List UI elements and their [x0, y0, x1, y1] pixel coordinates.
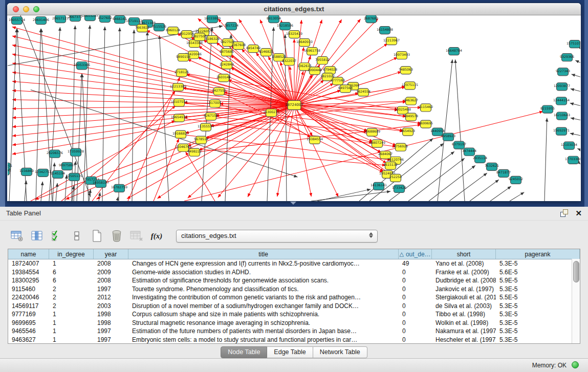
network-node[interactable]: 3624554 — [356, 89, 371, 96]
network-node[interactable]: 7485063 — [399, 67, 413, 74]
network-node[interactable]: 20657123 — [52, 15, 69, 23]
zoom-button[interactable] — [33, 6, 39, 12]
network-node[interactable]: 12342757 — [35, 169, 51, 177]
table-row[interactable]: 969969511998Structural magnetic resonanc… — [8, 319, 580, 327]
network-node[interactable]: 4498222 — [187, 148, 202, 156]
network-node[interactable]: 16648784 — [446, 48, 462, 55]
network-node[interactable]: 10107554 — [171, 99, 187, 106]
network-node[interactable]: 20691406 — [33, 17, 49, 25]
column-header-out_de[interactable]: △out_de… — [399, 249, 432, 259]
table-scrollbar[interactable] — [572, 259, 580, 343]
network-node[interactable]: 9777169 — [331, 77, 345, 85]
network-node[interactable]: 9827505 — [192, 33, 207, 41]
network-node[interactable]: 19055724 — [9, 17, 25, 25]
network-node[interactable]: 5875685 — [220, 49, 234, 56]
new-column-icon[interactable] — [90, 229, 103, 243]
column-header-year[interactable]: year — [94, 249, 128, 259]
network-node[interactable]: 6379197 — [452, 141, 466, 149]
show-columns-icon[interactable] — [30, 229, 43, 243]
network-node[interactable]: 8322037 — [282, 58, 296, 65]
network-node[interactable]: 2687682 — [364, 15, 378, 23]
network-node[interactable]: 6497568 — [338, 85, 353, 93]
column-header-name[interactable]: name — [8, 249, 49, 259]
table-row[interactable]: 1938455462009Genome-wide association stu… — [8, 268, 580, 277]
network-node[interactable]: 17703388 — [565, 156, 580, 164]
network-node[interactable]: 9463627 — [404, 97, 418, 105]
network-node[interactable]: 8267150 — [204, 113, 218, 120]
network-node[interactable]: 1145194 — [51, 170, 65, 178]
network-node[interactable]: 8912954 — [180, 31, 194, 38]
network-node[interactable]: 7857224 — [224, 23, 238, 30]
table-row[interactable]: 1872400712008Changes of HCN gene express… — [8, 259, 580, 268]
tab-network-table[interactable]: Network Table — [313, 346, 367, 358]
table-row[interactable]: 946554611997Estimation of the future num… — [8, 327, 580, 336]
network-node[interactable]: 6466161 — [113, 16, 127, 24]
table-row[interactable]: 946362711997Embryonic stem cells: a mode… — [8, 336, 580, 344]
panel-divider-handle[interactable] — [290, 202, 296, 205]
network-node[interactable]: 9245012 — [509, 176, 523, 184]
network-node[interactable]: 15692971 — [553, 127, 570, 135]
close-panel-icon[interactable]: ✕ — [575, 209, 582, 217]
network-node[interactable]: 18640910 — [296, 39, 313, 47]
network-node[interactable]: 9115460 — [419, 104, 433, 112]
column-header-short[interactable]: short — [432, 249, 496, 259]
network-node[interactable]: 18807249 — [369, 140, 385, 147]
network-node[interactable]: 16961758 — [304, 48, 320, 55]
network-node[interactable]: 5678514 — [194, 136, 208, 144]
network-node[interactable]: 7663822 — [135, 25, 149, 32]
network-node[interactable]: 90975887 — [59, 162, 75, 170]
network-node[interactable]: 2367608 — [231, 42, 246, 50]
table-row[interactable]: 977716911998Corpus callosum shape and si… — [8, 310, 580, 319]
delete-column-icon[interactable] — [110, 229, 123, 243]
network-node[interactable]: 19384554 — [307, 136, 323, 144]
function-builder-icon[interactable]: f(x) — [150, 229, 163, 243]
network-node[interactable]: 2718126 — [175, 69, 189, 77]
network-node[interactable]: 3474444 — [462, 148, 476, 156]
network-node[interactable]: 12093877 — [554, 83, 570, 91]
network-node[interactable]: 10688609 — [364, 128, 380, 136]
network-node[interactable]: 14136141 — [371, 182, 387, 190]
network-node[interactable]: 8960124 — [166, 27, 180, 35]
network-node[interactable]: 8215955 — [540, 105, 555, 113]
network-node[interactable]: 17359928 — [68, 148, 84, 156]
network-node[interactable]: 8813054 — [267, 15, 281, 23]
network-node[interactable]: 16210643 — [554, 112, 570, 120]
network-node[interactable]: 12444154 — [553, 97, 570, 105]
memory-status-indicator[interactable] — [572, 361, 579, 368]
network-node[interactable]: 9699695 — [419, 120, 433, 128]
network-node[interactable]: 9329366 — [560, 54, 574, 61]
network-node[interactable]: 1615132 — [383, 162, 398, 169]
network-node[interactable]: 19218506 — [277, 23, 293, 30]
column-header-title[interactable]: title — [128, 249, 399, 259]
network-node[interactable]: 9756928 — [394, 143, 408, 151]
network-node[interactable]: 9890158 — [176, 54, 190, 61]
network-node[interactable]: 12103034 — [561, 142, 577, 149]
network-node[interactable]: 317005 — [209, 100, 221, 107]
network-node[interactable]: 16033809 — [204, 15, 221, 23]
network-node[interactable]: 8454749 — [246, 45, 260, 53]
table-row[interactable]: 1456911722003Disruption of a novel membe… — [8, 302, 580, 311]
network-node[interactable]: 3915941 — [8, 167, 11, 175]
network-node[interactable]: 10653287 — [82, 15, 98, 21]
network-node[interactable]: 2935114 — [473, 155, 487, 163]
network-node[interactable]: 8186328 — [205, 36, 220, 43]
network-node[interactable]: 7955812 — [315, 57, 330, 64]
network-node[interactable]: 12975115 — [402, 82, 418, 90]
network-node[interactable]: 7515526 — [152, 24, 166, 31]
network-node[interactable]: 8471877 — [496, 169, 511, 177]
network-node[interactable]: 16958107 — [93, 180, 109, 187]
network-node[interactable]: 12213967 — [383, 37, 400, 45]
network-node[interactable]: 2242843 — [220, 61, 234, 69]
scrollbar-thumb[interactable] — [573, 261, 579, 282]
table-row[interactable]: 2242004622012Investigating the contribut… — [8, 293, 580, 302]
checklist-icon[interactable] — [50, 229, 63, 243]
network-node[interactable]: 15751074 — [567, 40, 580, 48]
network-node[interactable]: 252254 — [389, 174, 402, 182]
network-view[interactable]: 1905572420691406206571232667377106532871… — [8, 15, 580, 201]
network-node[interactable]: 9227343 — [556, 68, 570, 76]
network-node[interactable]: 12213389 — [170, 83, 186, 91]
network-node[interactable]: 2603144 — [216, 74, 231, 82]
table-row[interactable]: 911546021997Tourette syndrome. Phenomeno… — [8, 285, 580, 294]
network-node[interactable]: 1527602 — [98, 15, 112, 23]
network-node[interactable]: 20206576 — [47, 150, 63, 158]
